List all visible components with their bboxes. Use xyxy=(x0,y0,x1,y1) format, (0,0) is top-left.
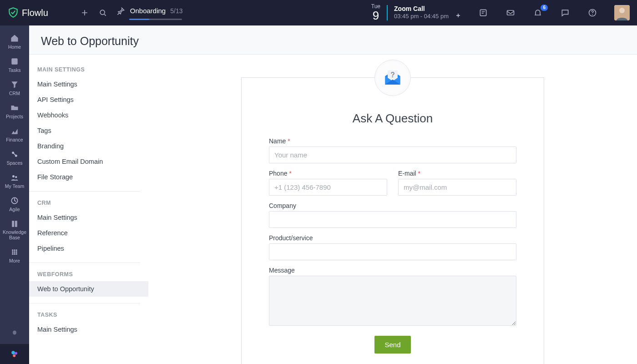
message-label: Message xyxy=(269,267,516,274)
phone-input[interactable] xyxy=(269,179,387,196)
app-icon xyxy=(10,330,19,338)
subnav-email-domain[interactable]: Custom Email Domain xyxy=(29,154,148,169)
add-event-button[interactable] xyxy=(455,12,461,20)
event-title: Zoom Call xyxy=(394,5,461,12)
user-avatar[interactable] xyxy=(614,5,630,20)
mail-button[interactable] xyxy=(501,4,520,22)
form-header-icon: ? xyxy=(374,60,411,96)
plus-icon xyxy=(455,12,461,19)
field-message: Message xyxy=(269,267,516,328)
onboarding-progress xyxy=(129,19,182,20)
section-crm: CRM xyxy=(29,196,148,210)
grid-icon xyxy=(10,248,19,257)
svg-point-20 xyxy=(14,253,15,255)
rail-more[interactable]: More xyxy=(0,244,29,267)
finance-icon xyxy=(10,126,19,136)
rail-team[interactable]: My Team xyxy=(0,169,29,192)
book-icon xyxy=(10,219,19,228)
rail-agile[interactable]: Agile xyxy=(0,192,29,216)
rail-projects[interactable]: Projects xyxy=(0,100,29,123)
rail-home[interactable]: Home xyxy=(0,30,29,53)
subnav-tags[interactable]: Tags xyxy=(29,123,148,138)
spaces-icon xyxy=(10,150,19,159)
envelope-question-icon: ? xyxy=(383,68,403,88)
add-button[interactable] xyxy=(76,4,94,22)
agile-icon xyxy=(10,196,19,205)
rail-settings[interactable] xyxy=(0,344,29,364)
subnav-web-to-opportunity[interactable]: Web to Opportunity xyxy=(29,281,148,297)
svg-point-21 xyxy=(16,253,17,255)
subnav-main-settings[interactable]: Main Settings xyxy=(29,76,148,92)
send-button[interactable]: Send xyxy=(374,336,410,354)
avatar-icon xyxy=(614,5,630,20)
rail-spaces[interactable]: Spaces xyxy=(0,146,29,169)
svg-point-6 xyxy=(619,8,625,13)
notifications-button[interactable]: 6 xyxy=(529,4,547,22)
help-button[interactable] xyxy=(583,4,602,22)
svg-point-11 xyxy=(15,176,17,178)
flowlu-shield-icon xyxy=(7,7,19,19)
email-label: E-mail xyxy=(398,170,416,177)
message-input[interactable] xyxy=(269,276,516,326)
note-icon xyxy=(479,8,488,17)
settings-sidebar: MAIN SETTINGS Main Settings API Settings… xyxy=(29,55,148,364)
funnel-icon xyxy=(10,80,19,89)
tasks-icon xyxy=(10,57,19,66)
subnav-crm-reference[interactable]: Reference xyxy=(29,225,148,241)
name-input[interactable] xyxy=(269,147,516,163)
projects-icon xyxy=(10,103,19,112)
calendar-date-number: 9 xyxy=(371,10,380,22)
svg-point-13 xyxy=(12,249,13,251)
svg-point-19 xyxy=(12,253,13,255)
product-label: Product/service xyxy=(269,234,516,242)
rail-kb[interactable]: Knowledge Base xyxy=(0,216,29,244)
svg-point-0 xyxy=(100,10,105,15)
subnav-crm-main[interactable]: Main Settings xyxy=(29,210,148,225)
team-icon xyxy=(10,173,19,182)
calendar-date: Tue 9 xyxy=(371,4,380,22)
rail-crm[interactable]: CRM xyxy=(0,76,29,100)
field-phone: Phone * xyxy=(269,170,387,196)
onboarding-widget[interactable]: Onboarding 5/13 xyxy=(116,6,183,20)
section-main-settings: MAIN SETTINGS xyxy=(29,63,148,76)
section-webforms: WEBFORMS xyxy=(29,268,148,281)
chat-button[interactable] xyxy=(556,4,574,22)
page-title: Web to Opportunity xyxy=(41,35,625,48)
form-preview-area: ? Ask A Question Name * Phone * xyxy=(148,55,637,364)
home-icon xyxy=(10,34,19,43)
phone-label: Phone xyxy=(269,170,287,177)
subnav-api-settings[interactable]: API Settings xyxy=(29,92,148,107)
svg-point-4 xyxy=(592,14,593,15)
subnav-branding[interactable]: Branding xyxy=(29,138,148,154)
pin-icon xyxy=(116,6,126,16)
company-input[interactable] xyxy=(269,211,516,228)
calendar-event: Zoom Call 03:45 pm - 04:45 pm xyxy=(394,5,461,20)
field-name: Name * xyxy=(269,137,516,163)
plus-icon xyxy=(80,8,89,17)
section-tasks: TASKS xyxy=(29,308,148,322)
calendar-widget[interactable]: Tue 9 Zoom Call 03:45 pm - 04:45 pm xyxy=(371,4,461,22)
subnav-crm-pipelines[interactable]: Pipelines xyxy=(29,241,148,256)
svg-point-15 xyxy=(16,249,17,251)
name-label: Name xyxy=(269,137,286,145)
notes-button[interactable] xyxy=(474,4,492,22)
svg-point-24 xyxy=(13,354,15,357)
mail-icon xyxy=(506,8,515,17)
rail-finance[interactable]: Finance xyxy=(0,123,29,146)
svg-point-10 xyxy=(12,175,15,177)
navigation-rail: Home Tasks CRM Projects Finance Spaces M… xyxy=(0,25,29,364)
svg-text:?: ? xyxy=(390,71,395,79)
product-input[interactable] xyxy=(269,243,516,260)
svg-point-16 xyxy=(12,251,13,253)
field-company: Company xyxy=(269,202,516,228)
help-icon xyxy=(588,8,597,17)
subnav-tasks-main[interactable]: Main Settings xyxy=(29,322,148,337)
rail-tasks[interactable]: Tasks xyxy=(0,53,29,76)
subnav-file-storage[interactable]: File Storage xyxy=(29,169,148,185)
rail-apps[interactable] xyxy=(0,324,29,344)
search-button[interactable] xyxy=(94,4,112,22)
subnav-webhooks[interactable]: Webhooks xyxy=(29,107,148,123)
event-time: 03:45 pm - 04:45 pm xyxy=(394,13,449,20)
email-input[interactable] xyxy=(398,179,516,196)
brand-logo[interactable]: Flowlu xyxy=(7,7,48,19)
